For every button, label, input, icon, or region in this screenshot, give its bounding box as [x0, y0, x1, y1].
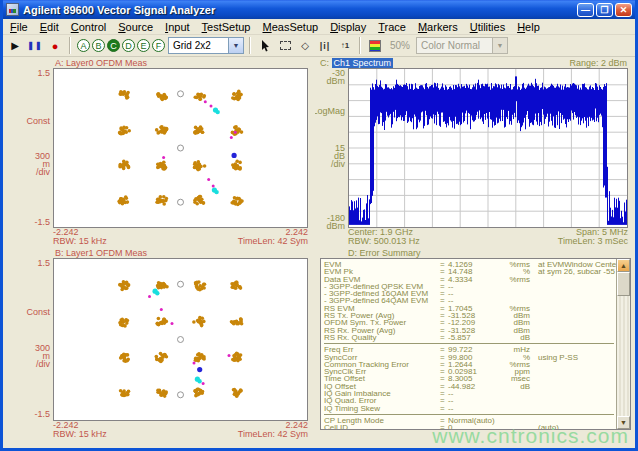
menu-item-meassetup[interactable]: MeasSetup	[256, 20, 324, 34]
metric-unit: dB	[496, 334, 530, 342]
measurement-grid: A: Layer0 OFDM Meas 1.5 Const 300 m /div…	[3, 57, 635, 448]
constellation-a-chart	[54, 69, 307, 227]
selection-box-icon	[280, 41, 291, 50]
marker-tool-button[interactable]: ◇	[296, 37, 314, 54]
rbw-label: RBW: 15 kHz	[53, 237, 107, 246]
toolbar-separator	[359, 37, 361, 54]
close-button[interactable]: ✕	[615, 3, 632, 17]
summary-separator	[324, 343, 614, 344]
vertical-scrollbar[interactable]: ▲ ▼	[616, 259, 630, 429]
trace-button-c[interactable]: C	[107, 39, 120, 52]
summary-separator	[324, 414, 614, 415]
chevron-down-icon: ▼	[492, 38, 507, 53]
panel-d-title[interactable]: D: Error Summary	[315, 248, 635, 258]
color-scale-button[interactable]	[366, 37, 384, 54]
error-summary-box: EVM=4.1269%rmsat EVMWindow CenterEVM Pk=…	[320, 258, 631, 430]
trace-format-label: LogMag	[315, 107, 345, 115]
spectrum-chart	[349, 69, 627, 227]
panel-c-plot[interactable]	[348, 68, 628, 228]
pointer-tool-button[interactable]	[256, 37, 274, 54]
zoom-level-value: 50%	[386, 40, 414, 51]
constellation-b-chart	[54, 259, 307, 420]
window-title: Agilent 89600 Vector Signal Analyzer	[23, 4, 575, 16]
panel-a-y-axis: 1.5 Const 300 m /div -1.5	[3, 68, 53, 228]
panel-b-title[interactable]: B: Layer1 OFDM Meas	[3, 248, 315, 258]
scrollbar-thumb[interactable]	[617, 272, 630, 296]
record-button[interactable]: ●	[46, 37, 64, 54]
app-icon	[6, 3, 19, 16]
band-marker-button[interactable]: |i|	[316, 37, 334, 54]
metric-unit	[496, 405, 530, 413]
y-scale-label: 300 m /div	[35, 344, 50, 368]
toolbar-separator	[69, 37, 71, 54]
panel-c-y-axis: -30 dBm LogMag 15 dB /div -180 dBm	[315, 68, 348, 228]
y-scale-label: 300 m /div	[35, 152, 50, 176]
metric-value: --	[448, 405, 496, 413]
metric-extra	[530, 405, 616, 413]
metric-label: IQ Timing Skew	[324, 405, 440, 413]
range-label: Range: 2 dBm	[569, 58, 627, 68]
cursor-icon	[261, 40, 270, 52]
panel-c-title-selected[interactable]: Ch1 Spectrum	[332, 58, 394, 68]
panel-a-title[interactable]: A: Layer0 OFDM Meas	[3, 58, 315, 68]
summary-row: IQ Timing Skew=--	[324, 405, 616, 412]
panel-b-layer1-ofdm[interactable]: B: Layer1 OFDM Meas 1.5 Const 300 m /div…	[3, 248, 315, 448]
play-icon: ▶	[11, 40, 19, 51]
rbw-label: RBW: 500.013 Hz	[348, 237, 420, 246]
timelen-label: TimeLen: 3 mSec	[558, 237, 628, 246]
trace-button-e[interactable]: E	[137, 39, 150, 52]
scroll-up-button[interactable]: ▲	[617, 259, 630, 272]
trace-format-label: Const	[26, 308, 50, 316]
menu-bar: FileEditControlSourceInputTestSetupMeasS…	[3, 19, 635, 35]
pause-button[interactable]: ❚❚	[26, 37, 44, 54]
menu-item-source[interactable]: Source	[112, 20, 159, 34]
trace-button-a[interactable]: A	[77, 39, 90, 52]
timelen-label: TimeLen: 42 Sym	[238, 237, 308, 246]
menu-item-display[interactable]: Display	[324, 20, 372, 34]
metric-label: RS Rx. Quality	[324, 334, 440, 342]
menu-item-help[interactable]: Help	[511, 20, 546, 34]
chevron-down-icon[interactable]: ▼	[228, 38, 243, 53]
rbw-label: RBW: 15 kHz	[53, 430, 107, 439]
menu-item-testsetup[interactable]: TestSetup	[196, 20, 257, 34]
menu-item-trace[interactable]: Trace	[372, 20, 412, 34]
title-bar[interactable]: Agilent 89600 Vector Signal Analyzer — ❐…	[3, 0, 635, 19]
menu-item-utilities[interactable]: Utilities	[464, 20, 511, 34]
panel-b-plot[interactable]	[53, 258, 308, 421]
peak-search-button[interactable]: ↑1	[336, 37, 354, 54]
pause-icon: ❚❚	[27, 41, 42, 50]
toolbar-separator	[249, 37, 251, 54]
panel-d-error-summary[interactable]: D: Error Summary EVM=4.1269%rmsat EVMWin…	[315, 248, 635, 448]
scroll-down-button[interactable]: ▼	[617, 416, 630, 429]
metric-label: Cell ID	[324, 424, 440, 429]
peak-search-icon: ↑1	[341, 41, 349, 50]
metric-unit	[496, 424, 530, 429]
menu-item-file[interactable]: File	[4, 20, 34, 34]
play-button[interactable]: ▶	[6, 37, 24, 54]
trace-button-d[interactable]: D	[122, 39, 135, 52]
panel-a-plot[interactable]	[53, 68, 308, 228]
summary-row: CP Length Mode=Normal(auto)	[324, 417, 616, 424]
trace-button-b[interactable]: B	[92, 39, 105, 52]
y-scale-label: 15 dB /div	[331, 144, 345, 168]
grid-layout-select[interactable]: Grid 2x2 ▼	[168, 37, 244, 54]
y-min-label: -1.5	[34, 410, 50, 418]
minimize-button[interactable]: —	[577, 3, 594, 17]
panel-a-layer0-ofdm[interactable]: A: Layer0 OFDM Meas 1.5 Const 300 m /div…	[3, 58, 315, 248]
trace-button-f[interactable]: F	[152, 39, 165, 52]
menu-item-markers[interactable]: Markers	[412, 20, 464, 34]
maximize-button[interactable]: ❐	[596, 3, 613, 17]
panel-c-spectrum[interactable]: C: Ch1 Spectrum Range: 2 dBm -30 dBm Log…	[315, 58, 635, 248]
y-min-label: -180 dBm	[326, 214, 345, 230]
summary-row: Cell ID=0(auto)	[324, 424, 616, 429]
menu-item-edit[interactable]: Edit	[34, 20, 65, 34]
zoom-select-tool-button[interactable]	[276, 37, 294, 54]
toolbar: ▶ ❚❚ ● ABCDEF Grid 2x2 ▼ ◇ |i| ↑1 50% Co…	[3, 35, 635, 57]
menu-item-control[interactable]: Control	[65, 20, 112, 34]
panel-b-y-axis: 1.5 Const 300 m /div -1.5	[3, 258, 53, 421]
app-window: Agilent 89600 Vector Signal Analyzer — ❐…	[0, 0, 638, 451]
summary-row: RS Rx. Quality=-5.857dB	[324, 334, 616, 341]
menu-item-input[interactable]: Input	[159, 20, 195, 34]
color-mode-select[interactable]: Color Normal ▼	[416, 37, 508, 54]
y-max-label: 1.5	[37, 69, 50, 77]
